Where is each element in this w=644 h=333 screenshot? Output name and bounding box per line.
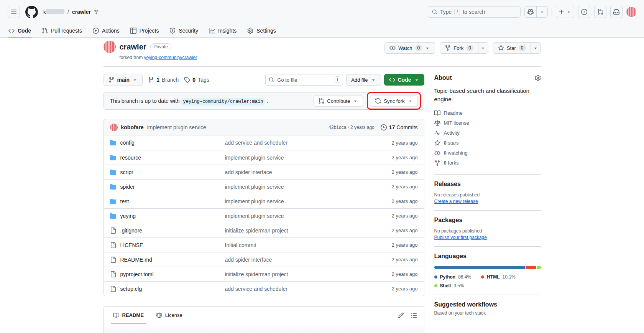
file-commit-message[interactable]: implement plugin service xyxy=(225,213,364,219)
outline-button[interactable] xyxy=(411,312,417,318)
copilot-button[interactable] xyxy=(525,7,536,17)
fork-button[interactable]: Fork 0 xyxy=(440,42,478,54)
file-row[interactable]: yeying implement plugin service 2 years … xyxy=(104,208,424,223)
chevron-down-icon xyxy=(132,77,138,82)
file-name[interactable]: resource xyxy=(120,155,141,161)
file-name[interactable]: script xyxy=(120,169,133,175)
language-segment[interactable] xyxy=(537,266,541,269)
tab-pull-requests[interactable]: Pull requests xyxy=(38,24,86,37)
file-commit-message[interactable]: implement plugin service xyxy=(225,184,364,190)
user-avatar[interactable] xyxy=(626,7,636,17)
star-icon xyxy=(498,45,504,51)
about-stars-link[interactable]: 0 stars xyxy=(434,138,541,148)
branches-link[interactable]: 1Branch xyxy=(148,77,179,83)
repo-owner-avatar[interactable] xyxy=(104,41,116,53)
tab-code[interactable]: Code xyxy=(5,24,35,37)
go-to-file-input[interactable] xyxy=(265,74,343,86)
breadcrumb-repo[interactable]: crawler xyxy=(72,9,91,15)
file-commit-message[interactable]: implement plugin service xyxy=(225,155,364,161)
file-name[interactable]: test xyxy=(120,198,129,204)
file-row[interactable]: spider implement plugin service 2 years … xyxy=(104,179,424,194)
language-segment[interactable] xyxy=(526,266,536,269)
fork-dropdown-caret[interactable] xyxy=(478,42,488,54)
commit-author-avatar[interactable] xyxy=(110,124,118,131)
file-name[interactable]: LICENSE xyxy=(120,242,143,248)
pull-requests-button[interactable] xyxy=(594,6,606,18)
inbox-button[interactable] xyxy=(610,6,623,18)
file-row[interactable]: setup.cfg add service and scheduler 2 ye… xyxy=(104,281,424,296)
language-segment[interactable] xyxy=(434,266,525,269)
file-commit-message[interactable]: Initial commit xyxy=(225,242,364,248)
file-row[interactable]: test implement plugin service 2 years ag… xyxy=(104,194,424,208)
file-row[interactable]: resource implement plugin service 2 year… xyxy=(104,150,424,165)
about-activity-link[interactable]: Activity xyxy=(434,128,541,138)
file-row[interactable]: pyproject.toml initialize spiderman proj… xyxy=(104,267,424,281)
language-legend-item[interactable]: Shell3.5% xyxy=(434,283,472,288)
tab-insights[interactable]: Insights xyxy=(205,24,240,37)
file-name[interactable]: config xyxy=(120,140,135,146)
tab-readme[interactable]: README xyxy=(107,307,150,324)
star-button[interactable]: Star 0 xyxy=(493,42,531,54)
file-name[interactable]: .gitignore xyxy=(120,227,143,234)
edit-about-gear-icon[interactable] xyxy=(535,75,541,81)
star-dropdown-caret[interactable] xyxy=(531,42,541,54)
packages-empty-text: No packages published xyxy=(434,228,541,234)
file-row[interactable]: script add spider interface 2 years ago xyxy=(104,165,424,179)
language-color-dot xyxy=(434,275,437,279)
file-name[interactable]: README.md xyxy=(120,257,152,263)
packages-section: Packages No packages published Publish y… xyxy=(434,217,541,240)
add-file-button[interactable]: Add file xyxy=(346,74,381,86)
file-commit-message[interactable]: add spider interface xyxy=(225,257,364,263)
global-search-input[interactable]: Type / to search xyxy=(428,6,521,18)
copilot-dropdown-caret[interactable] xyxy=(536,7,547,17)
create-release-link[interactable]: Create a new release xyxy=(434,199,478,204)
publish-package-link[interactable]: Publish your first package xyxy=(434,235,487,240)
file-row[interactable]: LICENSE Initial commit 2 years ago xyxy=(104,237,424,252)
watch-button[interactable]: Watch 0 xyxy=(384,42,435,54)
tab-license[interactable]: License xyxy=(150,307,189,324)
commit-message[interactable]: implement plugin service xyxy=(147,124,206,130)
file-name[interactable]: pyproject.toml xyxy=(120,271,154,277)
commit-history-link[interactable]: 17 Commits xyxy=(381,124,418,130)
file-commit-message[interactable]: initialize spiderman project xyxy=(225,271,364,277)
file-row[interactable]: config add service and scheduler 2 years… xyxy=(104,135,424,150)
tab-settings[interactable]: Settings xyxy=(243,24,280,37)
file-commit-message[interactable]: implement plugin service xyxy=(225,198,364,204)
branch-selector[interactable]: main xyxy=(104,74,143,86)
file-commit-message[interactable]: add spider interface xyxy=(225,169,364,175)
github-logo[interactable] xyxy=(25,6,38,18)
commit-sha-time[interactable]: 42b1dca · 2 years ago xyxy=(329,125,374,130)
file-row[interactable]: README.md add spider interface 2 years a… xyxy=(104,252,424,267)
about-watching-link[interactable]: 0 watching xyxy=(434,148,541,158)
tab-security[interactable]: Security xyxy=(166,24,202,37)
issues-button[interactable] xyxy=(578,6,590,18)
file-name[interactable]: yeying xyxy=(120,213,136,219)
folder-icon xyxy=(110,198,116,204)
file-name[interactable]: setup.cfg xyxy=(120,286,142,292)
language-legend-item[interactable]: Python86.4% xyxy=(434,274,472,280)
contribute-button[interactable]: Contribute xyxy=(313,95,363,107)
about-license-link[interactable]: MIT license xyxy=(434,118,541,128)
create-new-button[interactable] xyxy=(556,6,574,18)
file-commit-message[interactable]: add service and scheduler xyxy=(225,140,364,146)
tab-actions[interactable]: Actions xyxy=(89,24,123,37)
tab-projects[interactable]: Projects xyxy=(127,24,163,37)
file-commit-message[interactable]: initialize spiderman project xyxy=(225,227,364,234)
forked-from-link[interactable]: yeying-community/crawler xyxy=(144,55,197,60)
edit-readme-button[interactable] xyxy=(398,312,404,318)
file-name[interactable]: spider xyxy=(120,184,135,190)
breadcrumb-owner[interactable]: k xyxy=(43,9,64,15)
file-row[interactable]: .gitignore initialize spiderman project … xyxy=(104,223,424,237)
commit-author[interactable]: kobofare xyxy=(121,124,144,130)
file-commit-message[interactable]: add service and scheduler xyxy=(225,286,364,292)
repo-title[interactable]: crawler xyxy=(120,43,146,51)
code-dropdown-button[interactable]: Code xyxy=(384,74,424,86)
hamburger-menu-button[interactable] xyxy=(8,6,20,18)
about-forks-link[interactable]: 0 forks xyxy=(434,158,541,168)
about-readme-link[interactable]: Readme xyxy=(434,108,541,118)
breadcrumb-separator: / xyxy=(67,9,69,15)
language-legend-item[interactable]: HTML10.1% xyxy=(481,274,515,280)
sync-fork-button[interactable]: Sync fork xyxy=(370,95,417,107)
tags-link[interactable]: 0Tags xyxy=(184,77,209,83)
file-age: 2 years ago xyxy=(364,140,418,146)
